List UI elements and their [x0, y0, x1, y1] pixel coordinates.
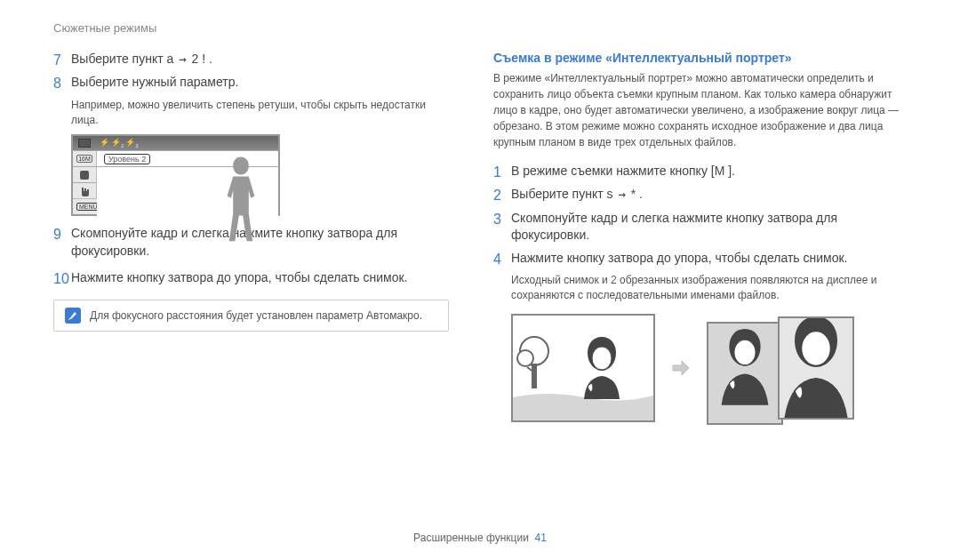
step-number: 4 — [493, 250, 511, 269]
step-text: В режиме съемки нажмите кнопку [M ]. — [511, 163, 907, 182]
section-title: Съемка в режиме «Интеллектуальный портре… — [493, 51, 907, 65]
arrow-right-icon — [668, 355, 694, 381]
step-4-sub: Исходный снимок и 2 обрезанных изображен… — [511, 273, 907, 303]
hand-icon — [73, 183, 97, 198]
right-arrow-icon: → — [616, 187, 627, 201]
svg-rect-4 — [532, 364, 537, 388]
step-1: 1 В режиме съемки нажмите кнопку [M ]. — [493, 163, 907, 182]
step2-tail: * . — [631, 187, 643, 201]
flash-opt-1-icon: ⚡ — [100, 138, 109, 148]
svg-point-8 — [734, 340, 756, 365]
step-text: Выберите пункт s → * . — [511, 186, 907, 205]
step-text: Скомпонуйте кадр и слегка нажмите кнопку… — [71, 225, 449, 260]
step-number: 3 — [493, 210, 511, 244]
right-column: Съемка в режиме «Интеллектуальный портре… — [493, 51, 907, 422]
step-text: Выберите пункт a → 2 ! . — [71, 51, 449, 70]
svg-point-10 — [802, 331, 831, 365]
step-7: 7 Выберите пункт a → 2 ! . — [53, 51, 449, 70]
section-intro: В режиме «Интеллектуальный портрет» можн… — [493, 70, 907, 150]
left-column: 7 Выберите пункт a → 2 ! . 8 Выберите ну… — [53, 51, 449, 422]
step-10: 10 Нажмите кнопку затвора до упора, чтоб… — [53, 269, 449, 289]
original-shot-frame — [511, 314, 655, 422]
step-number: 1 — [493, 163, 511, 182]
step-text: Нажмите кнопку затвора до упора, чтобы с… — [71, 269, 449, 289]
step-number: 10 — [53, 269, 71, 289]
crop-frame-1 — [707, 322, 783, 425]
note-box: Для фокусного расстояния будет установле… — [53, 300, 449, 332]
note-text: Для фокусного расстояния будет установле… — [90, 309, 422, 322]
svg-rect-0 — [78, 139, 91, 148]
lcd-preview: ⚡ ⚡2 ⚡3 16M Уровень 2 — [71, 134, 280, 216]
smart-portrait-illustration — [511, 314, 907, 422]
crop-result-frames — [707, 316, 854, 420]
step7-tail: 2 ! . — [192, 52, 212, 66]
svg-point-3 — [517, 350, 533, 366]
flash-icon — [78, 139, 91, 148]
flash-opt-2-icon: ⚡2 — [111, 138, 124, 148]
step2-prefix: Выберите пункт s — [511, 187, 612, 201]
step-8-sub: Например, можно увеличить степень ретуши… — [71, 98, 449, 128]
page-footer: Расширенные функции 41 — [0, 532, 960, 544]
step-4: 4 Нажмите кнопку затвора до упора, чтобы… — [493, 250, 907, 269]
flash-opt-3-icon: ⚡3 — [125, 138, 138, 148]
footer-page-number: 41 — [535, 532, 547, 544]
svg-point-6 — [592, 347, 612, 370]
step-number: 2 — [493, 186, 511, 205]
step-number: 7 — [53, 51, 71, 70]
step-9: 9 Скомпонуйте кадр и слегка нажмите кноп… — [53, 225, 449, 260]
svg-rect-1 — [80, 171, 89, 180]
page-header: Сюжетные режимы — [53, 21, 907, 35]
crop-frame-2 — [778, 316, 854, 420]
step-2: 2 Выберите пункт s → * . — [493, 186, 907, 205]
step-8: 8 Выберите нужный параметр. — [53, 74, 449, 93]
size-icon: 16M — [73, 151, 97, 166]
level-pill: Уровень 2 — [104, 154, 150, 164]
step-text: Нажмите кнопку затвора до упора, чтобы с… — [511, 250, 907, 269]
step-text: Выберите нужный параметр. — [71, 74, 449, 93]
footer-label: Расширенные функции — [413, 532, 529, 544]
right-arrow-icon: → — [177, 52, 188, 66]
note-icon — [65, 308, 81, 324]
lcd-top-toolbar: ⚡ ⚡2 ⚡3 — [73, 136, 278, 150]
face-icon — [73, 167, 97, 182]
step-3: 3 Скомпонуйте кадр и слегка нажмите кноп… — [493, 210, 907, 244]
step-number: 9 — [53, 225, 71, 260]
step-text: Скомпонуйте кадр и слегка нажмите кнопку… — [511, 210, 907, 244]
step-number: 8 — [53, 74, 71, 93]
step7-prefix: Выберите пункт a — [71, 52, 173, 66]
